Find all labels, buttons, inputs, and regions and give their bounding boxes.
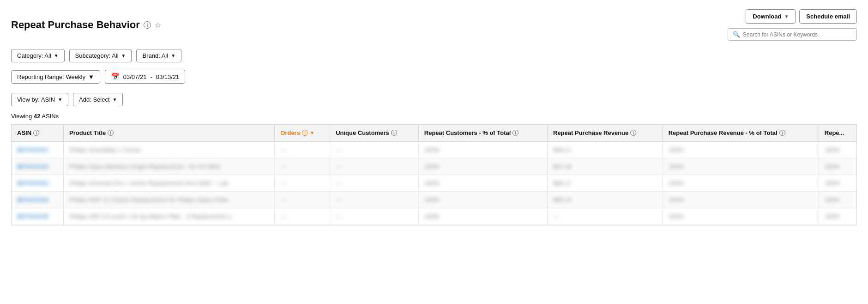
cell-unique_customers: — xyxy=(330,208,419,225)
schedule-email-button[interactable]: Schedule email xyxy=(799,9,857,24)
cell-unique_customers: — xyxy=(330,192,419,208)
product-title-info-icon[interactable]: i xyxy=(108,130,114,136)
col-repe: Repe... xyxy=(819,125,856,141)
col-repeat-customers-pct: Repeat Customers - % of Total i xyxy=(418,125,547,141)
unique-customers-info-icon[interactable]: i xyxy=(391,130,397,136)
cell-orders: — xyxy=(275,158,330,175)
cell-repe: 100% xyxy=(819,158,856,175)
table-row: B07XXXXX5Philips ARP 13 Level 1 for kg M… xyxy=(12,208,856,225)
filters-row: Category: All ▼ Subcategory: All ▼ Brand… xyxy=(11,49,857,62)
repeat-purchase-revenue-pct-info-icon[interactable]: i xyxy=(779,130,785,136)
cell-orders: — xyxy=(275,192,330,208)
cell-repeat_purchase_revenue: — xyxy=(548,208,663,225)
calendar-icon: 📅 xyxy=(111,73,120,81)
date-separator: - xyxy=(150,73,152,80)
cell-asin[interactable]: B07XXXXX3 xyxy=(12,175,64,192)
cell-product_title: Philips Aqua Stainless Single Replacemen… xyxy=(64,158,275,175)
view-by-filter[interactable]: View by: ASIN ▼ xyxy=(11,93,68,106)
cell-repeat_purchase_revenue: $66.13 xyxy=(548,192,663,208)
orders-sort-icon: ▼ xyxy=(310,130,314,135)
cell-orders: — xyxy=(275,208,330,225)
view-row: View by: ASIN ▼ Add: Select ▼ xyxy=(11,93,857,106)
cell-repe: 100% xyxy=(819,208,856,225)
table-row: B07XXXXX1Philips SoundMax 1 Series——100%… xyxy=(12,141,856,158)
cell-repeat_purchase_revenue_pct: 100% xyxy=(663,208,819,225)
table-row: B07XXXXX2Philips Aqua Stainless Single R… xyxy=(12,158,856,175)
cell-unique_customers: — xyxy=(330,141,419,158)
date-from: 03/07/21 xyxy=(123,73,147,80)
cell-orders: — xyxy=(275,141,330,158)
view-by-chevron-icon: ▼ xyxy=(58,97,62,102)
cell-repe: 100% xyxy=(819,141,856,158)
cell-repeat_purchase_revenue_pct: 100% xyxy=(663,141,819,158)
viewing-count-text: Viewing 42 ASINs xyxy=(11,113,857,120)
download-chevron-icon: ▼ xyxy=(784,14,789,19)
asin-info-icon[interactable]: i xyxy=(33,130,39,136)
date-to: 03/13/21 xyxy=(156,73,180,80)
cell-repeat_purchase_revenue: $98.17 xyxy=(548,175,663,192)
col-repeat-purchase-revenue-pct: Repeat Purchase Revenue - % of Total i xyxy=(663,125,819,141)
category-chevron-icon: ▼ xyxy=(54,53,59,58)
cell-repeat_customers_pct: 100% xyxy=(418,175,547,192)
cell-asin[interactable]: B07XXXXX4 xyxy=(12,192,64,208)
search-container: 🔍 xyxy=(728,28,857,41)
cell-asin[interactable]: B07XXXXX2 xyxy=(12,158,64,175)
search-input[interactable] xyxy=(743,31,852,38)
table-row: B07XXXXX3Philips Sonicare Pro + Active R… xyxy=(12,175,856,192)
subcategory-chevron-icon: ▼ xyxy=(121,53,126,58)
info-icon[interactable]: i xyxy=(144,21,151,29)
col-repeat-purchase-revenue: Repeat Purchase Revenue i xyxy=(548,125,663,141)
subcategory-filter[interactable]: Subcategory: All ▼ xyxy=(69,49,132,62)
col-product-title: Product Title i xyxy=(64,125,275,141)
cell-repeat_purchase_revenue_pct: 100% xyxy=(663,192,819,208)
brand-chevron-icon: ▼ xyxy=(171,53,175,58)
brand-filter[interactable]: Brand: All ▼ xyxy=(136,49,181,62)
cell-product_title: Philips Sonicare Pro + Active Replacemen… xyxy=(64,175,275,192)
cell-repeat_purchase_revenue_pct: 100% xyxy=(663,175,819,192)
cell-product_title: Philips SoundMax 1 Series xyxy=(64,141,275,158)
cell-repeat_customers_pct: 100% xyxy=(418,208,547,225)
repeat-customers-info-icon[interactable]: i xyxy=(512,130,518,136)
add-select-chevron-icon: ▼ xyxy=(113,97,117,102)
add-select-filter[interactable]: Add: Select ▼ xyxy=(73,93,123,106)
cell-product_title: Philips ARP 13 Level 1 for kg Milano Fil… xyxy=(64,208,275,225)
cell-asin[interactable]: B07XXXXX1 xyxy=(12,141,64,158)
cell-repeat_customers_pct: 100% xyxy=(418,158,547,175)
orders-info-icon[interactable]: i xyxy=(302,130,308,136)
cell-repeat_customers_pct: 100% xyxy=(418,141,547,158)
page-title: Repeat Purchase Behavior xyxy=(11,19,140,31)
table-row: B07XXXXX4Philips ARP 11 Classic Replacem… xyxy=(12,192,856,208)
cell-product_title: Philips ARP 11 Classic Replacement for P… xyxy=(64,192,275,208)
table-header-row: ASIN i Product Title i Orders i xyxy=(12,125,856,141)
cell-unique_customers: — xyxy=(330,158,419,175)
category-filter[interactable]: Category: All ▼ xyxy=(11,49,65,62)
date-range-row: Reporting Range: Weekly ▼ 📅 03/07/21 - 0… xyxy=(11,70,857,84)
cell-asin[interactable]: B07XXXXX5 xyxy=(12,208,64,225)
cell-repeat_purchase_revenue: $47.18 xyxy=(548,158,663,175)
cell-repe: 100% xyxy=(819,175,856,192)
cell-repe: 100% xyxy=(819,192,856,208)
col-unique-customers: Unique Customers i xyxy=(330,125,419,141)
date-range-picker[interactable]: 📅 03/07/21 - 03/13/21 xyxy=(105,70,186,84)
favorite-icon[interactable]: ☆ xyxy=(155,21,161,30)
reporting-range-chevron-icon: ▼ xyxy=(88,73,94,80)
cell-repeat_customers_pct: 100% xyxy=(418,192,547,208)
data-table: ASIN i Product Title i Orders i xyxy=(11,124,857,225)
search-icon: 🔍 xyxy=(733,31,740,38)
reporting-range-filter[interactable]: Reporting Range: Weekly ▼ xyxy=(11,70,100,84)
cell-repeat_purchase_revenue_pct: 100% xyxy=(663,158,819,175)
col-asin: ASIN i xyxy=(12,125,64,141)
download-button[interactable]: Download ▼ xyxy=(746,9,796,24)
repeat-purchase-revenue-info-icon[interactable]: i xyxy=(630,130,636,136)
cell-orders: — xyxy=(275,175,330,192)
col-orders[interactable]: Orders i ▼ xyxy=(275,125,330,141)
cell-repeat_purchase_revenue: $99.11 xyxy=(548,141,663,158)
cell-unique_customers: — xyxy=(330,175,419,192)
